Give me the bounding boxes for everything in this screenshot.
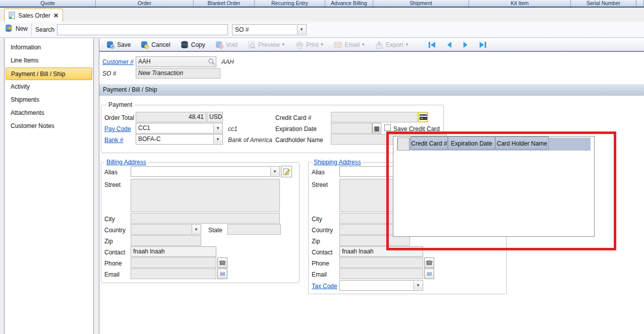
next-record-button[interactable] <box>458 40 473 49</box>
bank-number-select[interactable]: BOFA-C ▼ <box>136 134 223 145</box>
module-tab-serial-number[interactable]: Serial Number <box>571 0 636 7</box>
module-tab-shipment[interactable]: Shipment <box>373 0 469 7</box>
sidebar-item-information[interactable]: Information <box>6 41 92 54</box>
chevron-down-icon[interactable]: ▼ <box>414 281 422 290</box>
bank-echo: Bank of America <box>228 135 272 145</box>
shipping-zip-input[interactable] <box>339 235 410 246</box>
billing-zip-label: Zip <box>104 236 113 246</box>
cancel-button[interactable]: Cancel <box>137 40 174 50</box>
chevron-down-icon[interactable]: ▼ <box>213 135 222 144</box>
saved-credit-cards-grid[interactable]: Credit Card # Expiration Date Card Holde… <box>393 136 595 237</box>
chevron-down-icon[interactable]: ▼ <box>192 225 200 234</box>
customer-number-input[interactable]: AAH <box>136 56 216 67</box>
cardholder-name-label: Cardholder Name <box>275 135 323 145</box>
billing-zip-input[interactable] <box>131 235 201 246</box>
previous-record-button[interactable] <box>442 40 456 49</box>
email-button[interactable]: Email ▼ <box>330 40 369 50</box>
sidebar-item-activity[interactable]: Activity <box>6 81 92 93</box>
first-record-button[interactable] <box>424 40 440 49</box>
grid-empty-body[interactable] <box>397 151 591 234</box>
module-tab-blanket-order[interactable]: Blanket Order <box>194 0 255 7</box>
chevron-down-icon[interactable]: ▼ <box>297 25 306 34</box>
tax-code-select[interactable]: ▼ <box>339 280 423 291</box>
copy-button[interactable]: Copy <box>177 40 209 50</box>
pay-code-select[interactable]: CC1 ▼ <box>136 123 223 133</box>
billing-street-input[interactable] <box>131 179 280 212</box>
print-button[interactable]: Print ▼ <box>291 40 328 50</box>
sidebar-item-payment-bill-ship[interactable]: Payment / Bill / Ship <box>6 68 92 80</box>
sidebar-item-customer-notes[interactable]: Customer Notes <box>6 120 92 132</box>
tax-code-link[interactable]: Tax Code <box>312 281 337 291</box>
pay-code-echo: cc1 <box>228 124 238 134</box>
void-button[interactable]: Void <box>211 40 242 50</box>
so-number-label: SO # <box>102 69 116 79</box>
telephone-icon[interactable]: ☎ <box>217 257 227 268</box>
sales-order-document-icon <box>9 12 15 19</box>
billing-alias-select[interactable]: ▼ <box>131 166 280 177</box>
magnifier-icon[interactable] <box>208 58 215 65</box>
billing-email-input[interactable] <box>131 269 216 279</box>
billing-phone-input[interactable] <box>131 257 216 268</box>
module-tab-advance-billing[interactable]: Advance Billing <box>325 0 373 7</box>
customer-number-link[interactable]: Customer # <box>102 57 134 67</box>
save-credit-card-label: Save Credit Card <box>393 124 440 134</box>
expiration-date-label: Expiration Date <box>275 124 317 134</box>
save-button[interactable]: Save <box>102 40 135 50</box>
shipping-email-input[interactable] <box>339 269 423 279</box>
grid-column-card-holder-name[interactable]: Card Holder Name <box>495 137 549 150</box>
billing-contact-input[interactable]: fnaah lnaah <box>131 246 216 257</box>
new-button-label: New <box>16 25 28 32</box>
close-icon[interactable]: ✕ <box>53 12 58 19</box>
sidebar-item-shipments[interactable]: Shipments <box>6 94 92 106</box>
order-total-label: Order Total <box>104 113 134 123</box>
billing-contact-label: Contact <box>104 247 125 257</box>
preview-icon <box>248 41 256 49</box>
customer-name-echo: AAH <box>221 57 234 67</box>
sidebar-item-attachments[interactable]: Attachments <box>6 107 92 119</box>
billing-country-label: Country <box>104 225 126 235</box>
edit-address-pencil-icon[interactable] <box>281 166 292 177</box>
chevron-down-icon[interactable]: ▼ <box>213 124 222 132</box>
shipping-country-label: Country <box>312 225 333 235</box>
tab-sales-order[interactable]: Sales Order ✕ <box>4 9 63 22</box>
last-record-button[interactable] <box>475 40 491 49</box>
sidebar-item-line-items[interactable]: Line Items <box>6 54 92 67</box>
sales-order-window: Quote Order Blanket Order Recurring Entr… <box>0 0 644 334</box>
calendar-grid-icon[interactable]: ▦ <box>372 123 381 133</box>
chevron-down-icon: ▼ <box>405 42 409 47</box>
new-button[interactable]: New <box>5 24 28 33</box>
grid-row-selector-header[interactable] <box>397 138 409 151</box>
document-tab-row: Sales Order ✕ <box>0 8 644 22</box>
so-number-input[interactable]: New Transaction <box>136 68 220 79</box>
expiration-date-input[interactable] <box>331 123 372 133</box>
envelope-icon[interactable]: ✉ <box>424 269 434 279</box>
credit-card-icon[interactable] <box>418 112 428 122</box>
billing-address-link[interactable]: Billing Address <box>104 159 148 166</box>
shipping-phone-input[interactable] <box>339 257 423 268</box>
bank-number-link[interactable]: Bank # <box>104 135 123 145</box>
search-input[interactable] <box>57 24 228 35</box>
shipping-phone-label: Phone <box>312 258 329 269</box>
chevron-down-icon[interactable]: ▼ <box>270 167 279 176</box>
billing-city-input[interactable] <box>131 213 280 224</box>
module-tab-quote[interactable]: Quote <box>0 0 96 7</box>
module-tab-kit-item[interactable]: Kit Item <box>469 0 571 7</box>
email-icon <box>334 41 342 49</box>
module-tab-order[interactable]: Order <box>96 0 194 7</box>
grid-column-expiration-date[interactable]: Expiration Date <box>448 137 495 150</box>
export-button[interactable]: Export ▼ <box>371 40 413 50</box>
preview-button[interactable]: Preview ▼ <box>244 40 289 50</box>
shipping-contact-input[interactable]: fnaah lnaah <box>339 246 423 257</box>
module-tab-recurring-entry[interactable]: Recurring Entry <box>255 0 325 7</box>
shipping-address-link[interactable]: Shipping Address <box>312 159 363 166</box>
save-credit-card-checkbox[interactable] <box>384 124 391 131</box>
billing-country-select[interactable]: ▼ <box>131 224 201 235</box>
grid-column-credit-card[interactable]: Credit Card # <box>411 137 448 150</box>
billing-state-input[interactable] <box>227 224 281 235</box>
envelope-icon[interactable]: ✉ <box>217 269 227 279</box>
telephone-icon[interactable]: ☎ <box>424 257 434 268</box>
search-filter-select[interactable]: SO # ▼ <box>232 24 307 35</box>
pay-code-link[interactable]: Pay Code <box>104 124 131 134</box>
section-header: Payment / Bill / Ship <box>99 84 644 96</box>
credit-card-input[interactable] <box>331 112 418 122</box>
